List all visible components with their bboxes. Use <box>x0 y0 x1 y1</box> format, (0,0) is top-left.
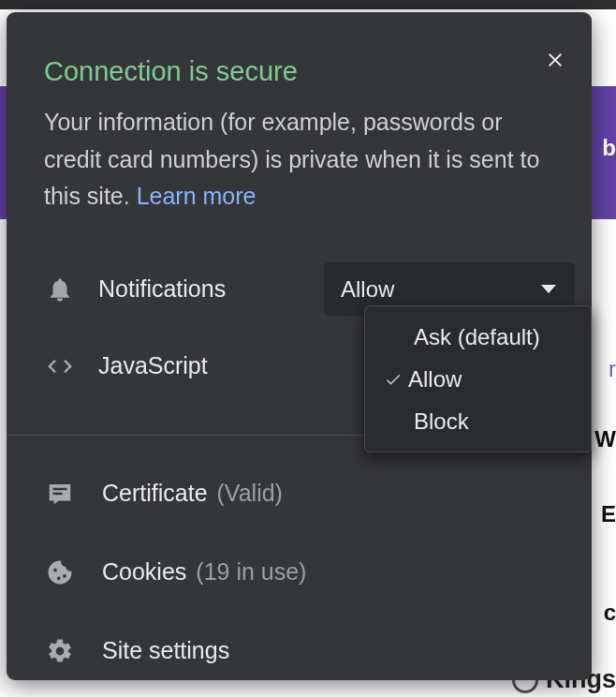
menu-option-block[interactable]: Block <box>365 400 591 442</box>
gear-icon <box>44 635 76 667</box>
page-fragment: E <box>601 501 616 527</box>
connection-description: Your information (for example, passwords… <box>7 87 592 215</box>
info-links-section: Certificate (Valid) Cookies (19 in use) … <box>7 436 592 690</box>
chevron-down-icon <box>541 285 556 293</box>
connection-title: Connection is secure <box>7 12 592 87</box>
page-fragment: r <box>609 356 616 382</box>
page-fragment: b <box>602 135 616 161</box>
menu-option-allow[interactable]: Allow <box>365 358 591 400</box>
cookie-icon <box>44 556 76 588</box>
select-value: Allow <box>341 276 394 303</box>
learn-more-link[interactable]: Learn more <box>137 183 257 209</box>
description-text: Your information (for example, passwords… <box>44 109 539 209</box>
code-icon <box>44 350 76 382</box>
cookies-status: (19 in use) <box>196 558 306 586</box>
page-fragment: c <box>604 600 616 626</box>
menu-option-ask[interactable]: Ask (default) <box>365 316 591 358</box>
site-settings-label: Site settings <box>102 637 229 664</box>
permission-label: Notifications <box>98 275 324 303</box>
browser-toolbar-strip <box>0 0 616 9</box>
certificate-link[interactable]: Certificate (Valid) <box>44 454 554 533</box>
site-settings-link[interactable]: Site settings <box>44 612 554 690</box>
menu-option-label: Allow <box>408 366 462 393</box>
certificate-status: (Valid) <box>217 480 283 507</box>
page-fragment: W <box>594 426 616 452</box>
close-icon <box>544 49 566 71</box>
cookies-label: Cookies <box>102 558 186 586</box>
certificate-label: Certificate <box>102 480 208 507</box>
menu-option-label: Block <box>414 408 469 435</box>
cookies-link[interactable]: Cookies (19 in use) <box>44 533 554 612</box>
menu-option-label: Ask (default) <box>414 324 540 350</box>
bell-icon <box>44 274 76 305</box>
permission-dropdown-menu: Ask (default) Allow Block <box>364 305 592 452</box>
certificate-icon <box>44 478 76 510</box>
check-icon <box>384 370 403 389</box>
close-button[interactable] <box>539 44 571 76</box>
